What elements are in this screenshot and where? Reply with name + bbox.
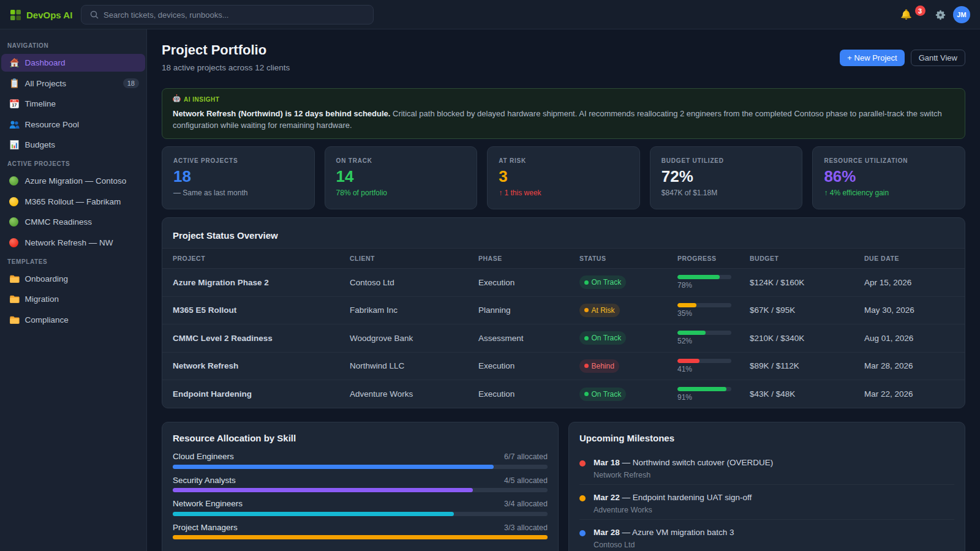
svg-text:17: 17 <box>12 103 17 107</box>
svg-text:JUL: JUL <box>12 100 17 102</box>
